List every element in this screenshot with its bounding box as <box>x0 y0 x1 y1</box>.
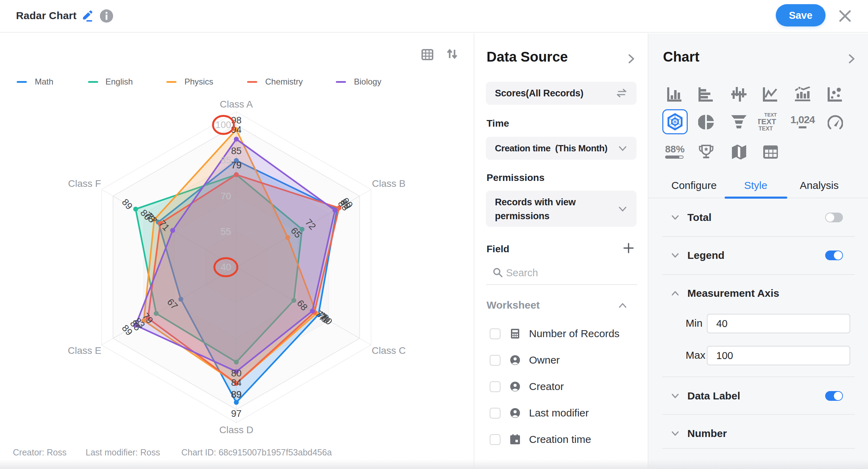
svg-text:TEXT: TEXT <box>764 112 777 118</box>
svg-text:Class C: Class C <box>372 345 406 356</box>
svg-text:80: 80 <box>231 368 242 379</box>
svg-text:40: 40 <box>221 262 231 272</box>
svg-text:88%: 88% <box>665 145 685 154</box>
svg-text:89: 89 <box>231 389 242 400</box>
svg-text:Class F: Class F <box>68 178 101 189</box>
svg-text:1,024: 1,024 <box>790 114 815 125</box>
svg-text:55: 55 <box>221 226 231 237</box>
svg-text:Class A: Class A <box>220 99 253 110</box>
svg-text:79: 79 <box>231 160 242 170</box>
svg-text:Class D: Class D <box>219 424 253 435</box>
svg-text:70: 70 <box>221 191 231 201</box>
svg-text:84: 84 <box>231 377 242 388</box>
svg-text:85: 85 <box>221 155 231 166</box>
svg-text:85: 85 <box>231 146 242 156</box>
svg-text:TEXT: TEXT <box>759 126 773 132</box>
svg-text:Class E: Class E <box>68 345 101 356</box>
svg-text:97: 97 <box>231 408 242 419</box>
svg-text:100: 100 <box>215 120 231 130</box>
svg-text:Class B: Class B <box>372 178 405 189</box>
svg-text:TEXT: TEXT <box>758 117 776 126</box>
